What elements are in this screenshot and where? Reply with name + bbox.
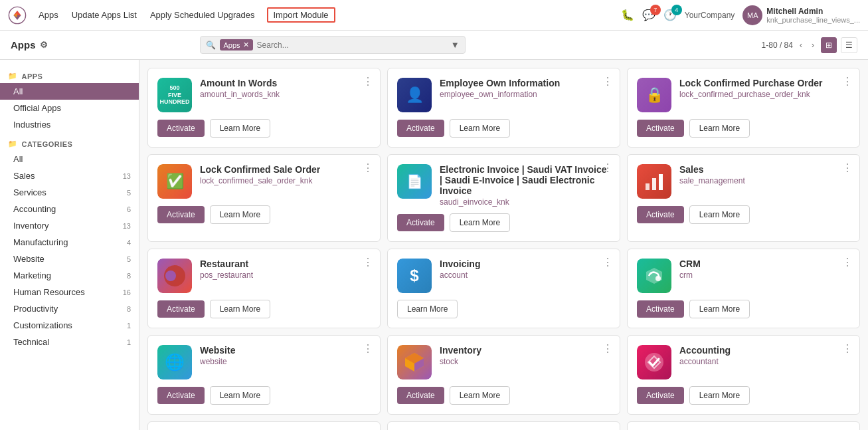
app-module: crm: [679, 270, 850, 280]
page-next-btn[interactable]: ›: [809, 39, 817, 51]
app-module: website: [200, 357, 371, 366]
app-module: account: [440, 270, 610, 280]
top-nav: Apps Update Apps List Apply Scheduled Up…: [0, 0, 868, 31]
app-module: lock_confirmed_sale_order_knk: [200, 176, 371, 185]
nav-apps[interactable]: Apps: [37, 7, 60, 23]
sidebar-cat-accounting[interactable]: Accounting6: [0, 201, 139, 217]
activate-button[interactable]: Activate: [637, 206, 684, 223]
sidebar-cat-customizations[interactable]: Customizations1: [0, 317, 139, 334]
app-actions: Activate Learn More: [637, 205, 850, 224]
sidebar-cat-all[interactable]: All: [0, 151, 139, 167]
learn-more-button[interactable]: Learn More: [397, 300, 458, 318]
app-more-icon[interactable]: ⋮: [363, 342, 373, 355]
activate-button[interactable]: Activate: [157, 300, 205, 318]
svg-rect-3: [659, 174, 663, 190]
app-module: employee_own_information: [440, 90, 610, 99]
activate-button[interactable]: Activate: [397, 120, 444, 137]
sidebar-cat-sales[interactable]: Sales13: [0, 167, 139, 184]
user-avatar: MA: [742, 5, 762, 25]
activate-button[interactable]: Activate: [397, 387, 444, 404]
app-card-header: Sales sale_management: [637, 164, 850, 199]
activate-button[interactable]: Activate: [157, 387, 205, 404]
app-more-icon[interactable]: ⋮: [842, 161, 853, 174]
app-actions: Activate Learn More: [397, 119, 610, 138]
sidebar-cat-services[interactable]: Services5: [0, 184, 139, 201]
sidebar: 📁 APPS All Official Apps Industries 📁 CA…: [0, 60, 139, 430]
app-more-icon[interactable]: ⋮: [842, 256, 853, 269]
bug-icon[interactable]: 🐛: [621, 9, 634, 21]
learn-more-button[interactable]: Learn More: [689, 119, 750, 138]
list-view-btn[interactable]: ☰: [841, 37, 857, 53]
app-name: Invoicing: [440, 259, 610, 269]
app-info: Restaurant pos_restaurant: [200, 259, 371, 280]
nav-update[interactable]: Update Apps List: [70, 7, 138, 23]
activity-icon[interactable]: 🕐 4: [663, 9, 677, 21]
filter-remove-icon[interactable]: ✕: [243, 41, 249, 49]
learn-more-button[interactable]: Learn More: [689, 300, 750, 318]
app-name: Lock Confirmed Purchase Order: [679, 78, 850, 88]
notifications-icon[interactable]: 💬 7: [642, 9, 655, 21]
learn-more-button[interactable]: Learn More: [450, 119, 510, 138]
app-more-icon[interactable]: ⋮: [363, 75, 373, 88]
search-icon: 🔍: [206, 41, 216, 50]
sidebar-cat-website[interactable]: Website5: [0, 251, 139, 267]
learn-more-button[interactable]: Learn More: [450, 213, 510, 232]
app-info: Website website: [200, 345, 371, 366]
svg-marker-6: [646, 268, 662, 284]
sidebar-item-industries[interactable]: Industries: [0, 116, 139, 133]
filter-tag[interactable]: Apps ✕: [220, 39, 253, 51]
app-more-icon[interactable]: ⋮: [363, 256, 373, 269]
app-more-icon[interactable]: ⋮: [363, 161, 373, 174]
sidebar-cat-technical[interactable]: Technical1: [0, 334, 139, 350]
activate-button[interactable]: Activate: [157, 120, 205, 137]
app-info: CRM crm: [679, 259, 850, 280]
sidebar-cat-human-resources[interactable]: Human Resources16: [0, 284, 139, 300]
learn-more-button[interactable]: Learn More: [210, 205, 270, 224]
sidebar-cat-inventory[interactable]: Inventory13: [0, 217, 139, 234]
activate-button[interactable]: Activate: [397, 214, 444, 231]
search-dropdown-icon[interactable]: ▼: [451, 40, 460, 50]
activate-button[interactable]: Activate: [157, 206, 205, 223]
search-input[interactable]: [257, 41, 447, 50]
app-actions: Activate Learn More: [637, 386, 850, 405]
sidebar-item-all[interactable]: All: [0, 83, 139, 100]
app-more-icon[interactable]: ⋮: [602, 75, 613, 88]
logo[interactable]: [8, 6, 27, 25]
app-actions: Activate Learn More: [157, 386, 371, 405]
grid-view-btn[interactable]: ⊞: [821, 37, 837, 53]
sidebar-item-official[interactable]: Official Apps: [0, 100, 139, 116]
learn-more-button[interactable]: Learn More: [450, 386, 510, 405]
app-module: saudi_einvoice_knk: [440, 197, 610, 207]
app-actions: Activate Learn More: [157, 205, 371, 224]
app-more-icon[interactable]: ⋮: [602, 342, 613, 355]
app-icon: [157, 259, 192, 293]
learn-more-button[interactable]: Learn More: [689, 386, 750, 405]
activate-button[interactable]: Activate: [637, 300, 684, 318]
app-card: ⋮ Accounting accountant Activate Learn M…: [627, 335, 860, 415]
app-icon: 🌐: [157, 345, 192, 379]
app-more-icon[interactable]: ⋮: [842, 75, 853, 88]
app-card-header: $ Invoicing account: [397, 259, 610, 293]
app-name: CRM: [679, 259, 850, 269]
learn-more-button[interactable]: Learn More: [210, 119, 270, 138]
nav-scheduled[interactable]: Apply Scheduled Upgrades: [149, 7, 256, 23]
user-menu[interactable]: MA Mitchell Admin knk_purchase_line_view…: [742, 5, 860, 25]
learn-more-button[interactable]: Learn More: [210, 386, 270, 405]
app-actions: Activate Learn More: [397, 213, 610, 232]
nav-import[interactable]: Import Module: [267, 7, 335, 23]
page-prev-btn[interactable]: ‹: [797, 39, 805, 51]
activate-button[interactable]: Activate: [637, 120, 684, 137]
app-more-icon[interactable]: ⋮: [602, 256, 613, 269]
activate-button[interactable]: Activate: [637, 387, 684, 404]
app-actions: Activate Learn More: [157, 119, 371, 138]
sidebar-cat-productivity[interactable]: Productivity8: [0, 300, 139, 317]
sidebar-cat-manufacturing[interactable]: Manufacturing4: [0, 234, 139, 251]
apps-title: Apps ⚙: [11, 39, 48, 51]
learn-more-button[interactable]: Learn More: [210, 300, 270, 318]
settings-icon[interactable]: ⚙: [40, 40, 48, 50]
sidebar-cat-marketing[interactable]: Marketing8: [0, 267, 139, 284]
app-card: ⋮ $ Invoicing account Learn More: [387, 249, 620, 328]
app-more-icon[interactable]: ⋮: [602, 161, 613, 174]
learn-more-button[interactable]: Learn More: [689, 205, 750, 224]
app-more-icon[interactable]: ⋮: [842, 342, 853, 355]
